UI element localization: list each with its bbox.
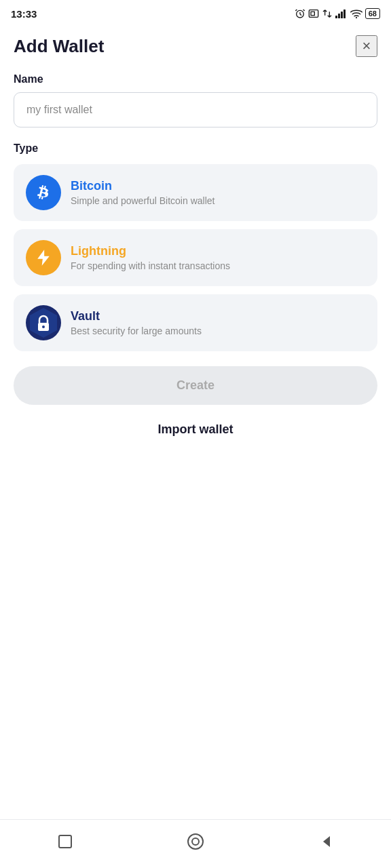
nav-home-button[interactable] — [183, 829, 208, 854]
name-label: Name — [14, 73, 377, 85]
navigation-bar — [0, 819, 391, 868]
status-icons: 68 — [295, 8, 380, 19]
vault-icon — [26, 305, 61, 340]
import-wallet-button[interactable]: Import wallet — [14, 417, 377, 442]
status-bar: 13:33 68 — [0, 0, 391, 24]
battery-indicator: 68 — [365, 8, 380, 19]
alarm-icon — [295, 8, 305, 19]
lightning-wallet-info: Lightning For spending with instant tran… — [71, 244, 230, 271]
lightning-wallet-desc: For spending with instant transactions — [71, 260, 230, 271]
type-label: Type — [14, 142, 377, 155]
nav-back-button[interactable] — [314, 829, 338, 854]
svg-rect-2 — [335, 16, 337, 18]
square-icon — [57, 833, 73, 850]
nfc-icon — [308, 8, 319, 19]
vault-wallet-desc: Best security for large amounts — [71, 326, 202, 336]
transfer-icon — [322, 8, 333, 19]
lightning-icon-container — [26, 240, 61, 275]
status-time: 13:33 — [11, 8, 37, 20]
lightning-wallet-option[interactable]: Lightning For spending with instant tran… — [14, 229, 377, 286]
vault-wallet-option[interactable]: Vault Best security for large amounts — [14, 294, 377, 351]
bitcoin-wallet-option[interactable]: Bitcoin Simple and powerful Bitcoin wall… — [14, 164, 377, 221]
svg-rect-3 — [338, 14, 340, 18]
svg-marker-13 — [323, 836, 330, 847]
nav-square-button[interactable] — [53, 829, 77, 854]
svg-point-9 — [42, 326, 45, 328]
bitcoin-wallet-name: Bitcoin — [71, 179, 215, 193]
lightning-wallet-name: Lightning — [71, 244, 230, 258]
vault-wallet-info: Vault Best security for large amounts — [71, 309, 202, 336]
bitcoin-icon-container — [26, 175, 61, 210]
svg-point-6 — [356, 17, 357, 18]
page-title: Add Wallet — [14, 36, 104, 57]
create-button[interactable]: Create — [14, 366, 377, 405]
page-header: Add Wallet × — [0, 24, 391, 65]
lightning-icon — [34, 248, 53, 267]
bitcoin-wallet-info: Bitcoin Simple and powerful Bitcoin wall… — [71, 179, 215, 206]
name-input[interactable] — [14, 92, 377, 127]
close-button[interactable]: × — [356, 35, 377, 57]
wifi-icon — [350, 9, 362, 18]
back-icon — [318, 833, 334, 850]
svg-point-12 — [192, 838, 199, 845]
bitcoin-wallet-desc: Simple and powerful Bitcoin wallet — [71, 195, 215, 206]
signal-icon — [335, 9, 348, 18]
vault-icon-container — [26, 305, 61, 340]
main-content: Name Type Bitcoin Simple and powerful Bi… — [0, 65, 391, 819]
svg-rect-4 — [341, 12, 343, 18]
bitcoin-icon — [33, 182, 54, 203]
circle-icon — [186, 832, 205, 851]
svg-rect-5 — [343, 9, 346, 18]
svg-rect-10 — [59, 835, 71, 848]
vault-wallet-name: Vault — [71, 309, 202, 323]
svg-point-11 — [188, 834, 203, 849]
